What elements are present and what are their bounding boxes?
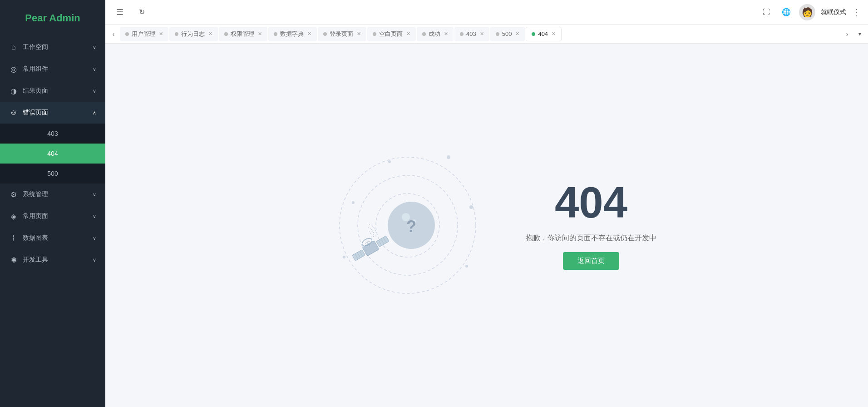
- tabs-next-button[interactable]: ›: [841, 25, 853, 44]
- error-message: 抱歉，你访问的页面不存在或仍在开发中: [526, 233, 656, 243]
- sidebar-sub-item-403[interactable]: 403: [0, 124, 105, 144]
- refresh-icon: ↻: [139, 8, 145, 16]
- svg-point-7: [352, 201, 355, 204]
- tab-label: 403: [466, 30, 476, 37]
- sidebar-item-label: 错误页面: [23, 109, 48, 117]
- back-home-button[interactable]: 返回首页: [563, 252, 619, 270]
- globe-icon: 🌐: [782, 8, 791, 16]
- chevron-down-icon: ∨: [93, 45, 96, 50]
- language-button[interactable]: 🌐: [779, 5, 794, 20]
- sidebar-logo: Pear Admin: [0, 0, 105, 36]
- charts-icon: ⌇: [9, 234, 18, 243]
- tab-500[interactable]: 500 ✕: [490, 27, 525, 41]
- refresh-button[interactable]: ↻: [134, 5, 149, 20]
- more-menu-button[interactable]: ⋮: [852, 7, 861, 18]
- tab-label: 404: [538, 30, 548, 37]
- svg-rect-14: [352, 250, 365, 261]
- sidebar-nav: ⌂ 工作空间 ∨ ◎ 常用组件 ∨ ◑ 结果页面 ∨ ☺ 错误页面: [0, 36, 105, 407]
- sidebar-item-workspace[interactable]: ⌂ 工作空间 ∨: [0, 36, 105, 58]
- tab-403[interactable]: 403 ✕: [454, 27, 489, 41]
- tabs-list: 用户管理 ✕ 行为日志 ✕ 权限管理 ✕ 数据字典 ✕: [120, 27, 841, 41]
- svg-text:?: ?: [406, 217, 416, 236]
- username-label: 就眠仪式: [821, 8, 846, 16]
- header-right: ⛶ 🌐 🧑 就眠仪式 ⋮: [759, 4, 861, 20]
- main-area: ☰ ↻ ⛶ 🌐 🧑 就眠仪式 ⋮ ‹: [105, 0, 868, 407]
- sidebar-item-label: 结果页面: [23, 87, 48, 95]
- system-icon: ⚙: [9, 190, 18, 199]
- sidebar-item-label: 数据图表: [23, 234, 48, 242]
- svg-point-10: [465, 265, 468, 268]
- tab-close-icon[interactable]: ✕: [406, 31, 410, 36]
- tab-label: 用户管理: [132, 30, 155, 38]
- sidebar-item-error[interactable]: ☺ 错误页面 ∧: [0, 102, 105, 124]
- tabs-prev-button[interactable]: ‹: [107, 25, 120, 44]
- chevron-down-icon: ▾: [858, 31, 861, 37]
- tab-blank-page[interactable]: 空白页面 ✕: [367, 27, 416, 41]
- tab-label: 空白页面: [379, 30, 403, 38]
- fullscreen-button[interactable]: ⛶: [759, 5, 774, 20]
- tab-close-icon[interactable]: ✕: [515, 31, 519, 36]
- sidebar-sub-label: 403: [47, 130, 58, 137]
- tab-behavior-log[interactable]: 行为日志 ✕: [169, 27, 218, 41]
- tab-dot: [274, 32, 277, 36]
- svg-point-8: [469, 205, 473, 209]
- chevron-down-icon: ∨: [93, 213, 96, 219]
- devtools-icon: ✱: [9, 256, 18, 264]
- error-info: 404 抱歉，你访问的页面不存在或仍在开发中 返回首页: [526, 181, 656, 270]
- sidebar-item-result[interactable]: ◑ 结果页面 ∨: [0, 80, 105, 102]
- components-icon: ◎: [9, 65, 18, 74]
- tab-close-icon[interactable]: ✕: [444, 31, 448, 36]
- chevron-left-icon: ‹: [113, 30, 115, 38]
- tab-close-icon[interactable]: ✕: [159, 31, 163, 36]
- tab-label: 成功: [429, 30, 440, 38]
- tab-label: 登录页面: [330, 30, 353, 38]
- tab-success[interactable]: 成功 ✕: [417, 27, 454, 41]
- sidebar-item-label: 开发工具: [23, 256, 48, 264]
- sidebar-item-common[interactable]: ◈ 常用页面 ∨: [0, 205, 105, 227]
- tabs-dropdown-button[interactable]: ▾: [853, 25, 866, 44]
- tab-dot: [422, 32, 426, 36]
- chevron-right-icon: ›: [846, 30, 848, 38]
- tab-label: 行为日志: [181, 30, 205, 38]
- sidebar-item-components[interactable]: ◎ 常用组件 ∨: [0, 58, 105, 80]
- tab-close-icon[interactable]: ✕: [208, 31, 212, 36]
- tab-login-page[interactable]: 登录页面 ✕: [318, 27, 366, 41]
- tab-close-icon[interactable]: ✕: [307, 31, 311, 36]
- chevron-down-icon: ∨: [93, 235, 96, 241]
- tab-user-mgmt[interactable]: 用户管理 ✕: [120, 27, 168, 41]
- tab-close-icon[interactable]: ✕: [552, 31, 556, 36]
- tab-close-icon[interactable]: ✕: [258, 31, 262, 36]
- chevron-down-icon: ∨: [93, 192, 96, 198]
- tab-data-dict[interactable]: 数据字典 ✕: [268, 27, 317, 41]
- tab-404[interactable]: 404 ✕: [526, 27, 562, 41]
- tab-close-icon[interactable]: ✕: [480, 31, 484, 36]
- tabs-bar: ‹ 用户管理 ✕ 行为日志 ✕ 权限管理 ✕: [105, 25, 868, 44]
- common-icon: ◈: [9, 212, 18, 221]
- sidebar-item-devtools[interactable]: ✱ 开发工具 ∨: [0, 249, 105, 271]
- sidebar: Pear Admin ⌂ 工作空间 ∨ ◎ 常用组件 ∨ ◑ 结果页面 ∨: [0, 0, 105, 407]
- sidebar-item-charts[interactable]: ⌇ 数据图表 ∨: [0, 227, 105, 249]
- tab-label: 权限管理: [231, 30, 254, 38]
- sidebar-sub-item-500[interactable]: 500: [0, 164, 105, 184]
- tab-label: 数据字典: [280, 30, 304, 38]
- sidebar-item-label: 常用页面: [23, 212, 48, 220]
- avatar[interactable]: 🧑: [799, 4, 815, 20]
- sidebar-sub-label: 404: [47, 150, 58, 157]
- tab-close-icon[interactable]: ✕: [357, 31, 361, 36]
- chevron-down-icon: ∨: [93, 66, 96, 72]
- tab-label: 500: [502, 30, 512, 37]
- sidebar-item-system[interactable]: ⚙ 系统管理 ∨: [0, 184, 105, 205]
- collapse-button[interactable]: ☰: [113, 5, 127, 20]
- svg-point-11: [388, 160, 391, 163]
- tab-permission-mgmt[interactable]: 权限管理 ✕: [219, 27, 267, 41]
- header: ☰ ↻ ⛶ 🌐 🧑 就眠仪式 ⋮: [105, 0, 868, 25]
- workspace-icon: ⌂: [9, 43, 18, 51]
- chevron-down-icon: ∨: [93, 257, 96, 263]
- tab-dot: [460, 32, 464, 36]
- satellite-group: [343, 219, 390, 263]
- error-svg: ?: [317, 134, 489, 316]
- error-illustration: ?: [317, 134, 489, 316]
- tab-dot: [323, 32, 327, 36]
- result-icon: ◑: [9, 87, 18, 95]
- sidebar-sub-item-404[interactable]: 404: [0, 144, 105, 164]
